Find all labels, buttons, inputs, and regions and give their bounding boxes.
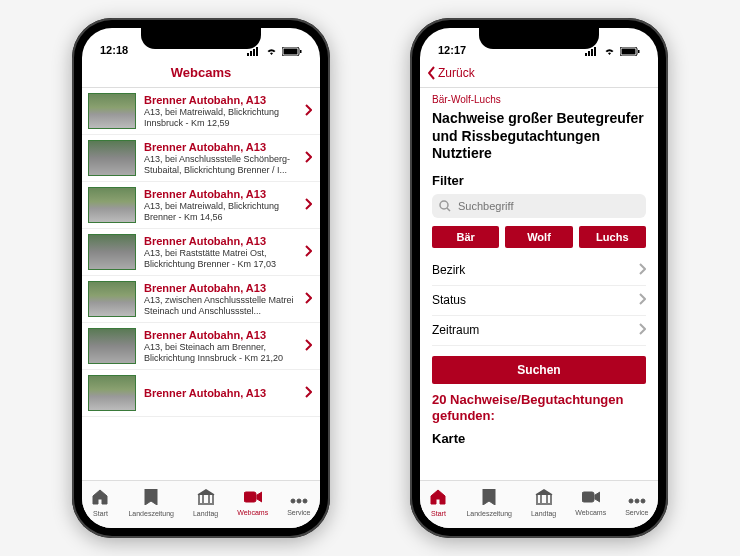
chevron-right-icon [639,293,646,308]
webcam-title: Brenner Autobahn, A13 [144,235,297,247]
chevron-right-icon [305,149,312,167]
webcam-title: Brenner Autobahn, A13 [144,188,297,200]
chevron-right-icon [305,243,312,261]
webcam-thumbnail [88,375,136,411]
select-label: Status [432,293,466,307]
webcam-row[interactable]: Brenner Autobahn, A13 [82,370,320,417]
back-button[interactable]: Zurück [428,58,475,87]
webcam-text: Brenner Autobahn, A13 A13, bei Matreiwal… [144,188,297,223]
webcam-row[interactable]: Brenner Autobahn, A13 A13, bei Matreiwal… [82,88,320,135]
select-row[interactable]: Status [432,286,646,316]
tab-label: Service [625,509,648,516]
filter-content[interactable]: Bär-Wolf-Luchs Nachweise großer Beutegre… [420,88,658,480]
webcam-text: Brenner Autobahn, A13 A13, bei Anschluss… [144,141,297,176]
tab-label: Landeszeitung [466,510,512,517]
webcam-row[interactable]: Brenner Autobahn, A13 A13, bei Raststätt… [82,229,320,276]
webcam-text: Brenner Autobahn, A13 A13, zwischen Ansc… [144,282,297,317]
webcam-thumbnail [88,140,136,176]
webcam-subtitle: A13, bei Matreiwald, Blickrichtung Innsb… [144,107,297,129]
webcam-text: Brenner Autobahn, A13 A13, bei Raststätt… [144,235,297,270]
karte-heading: Karte [432,431,646,446]
svg-line-19 [447,208,450,211]
start-icon [429,489,447,509]
tab-landeszeitung[interactable]: Landeszeitung [466,489,512,517]
tab-webcams[interactable]: Webcams [237,490,268,516]
nav-bar: Zurück [420,58,658,88]
tab-label: Webcams [575,509,606,516]
status-time: 12:17 [438,44,466,56]
svg-rect-14 [594,47,596,56]
svg-rect-5 [284,49,298,55]
filter-chip[interactable]: Luchs [579,226,646,248]
webcam-title: Brenner Autobahn, A13 [144,94,297,106]
chevron-right-icon [639,263,646,278]
filter-heading: Filter [432,173,646,188]
webcam-row[interactable]: Brenner Autobahn, A13 A13, bei Steinach … [82,323,320,370]
webcam-title: Brenner Autobahn, A13 [144,282,297,294]
page-heading: Nachweise großer Beutegreufer und Rissbe… [432,110,646,163]
breadcrumb: Bär-Wolf-Luchs [432,94,646,105]
webcam-thumbnail [88,93,136,129]
chevron-right-icon [305,337,312,355]
webcam-text: Brenner Autobahn, A13 A13, bei Matreiwal… [144,94,297,129]
tab-landeszeitung[interactable]: Landeszeitung [128,489,174,517]
chevron-right-icon [305,290,312,308]
svg-rect-16 [622,49,636,55]
webcam-text: Brenner Autobahn, A13 [144,387,297,400]
webcam-row[interactable]: Brenner Autobahn, A13 A13, bei Anschluss… [82,135,320,182]
landtag-icon [197,489,215,509]
webcam-subtitle: A13, bei Steinach am Brenner, Blickricht… [144,342,297,364]
select-row[interactable]: Bezirk [432,256,646,286]
landeszeitung-icon [482,489,496,509]
chip-row: BärWolfLuchs [432,226,646,248]
webcam-row[interactable]: Brenner Autobahn, A13 A13, bei Matreiwal… [82,182,320,229]
webcam-list[interactable]: Brenner Autobahn, A13 A13, bei Matreiwal… [82,88,320,480]
search-icon [439,200,451,212]
phone-left: 12:18 Webcams Brenner Autobahn, A13 A13,… [72,18,330,538]
tab-label: Landtag [193,510,218,517]
svg-point-22 [635,499,639,503]
tab-bar: Start Landeszeitung Landtag Webcams Serv… [420,480,658,528]
tab-label: Webcams [237,509,268,516]
screen-left: 12:18 Webcams Brenner Autobahn, A13 A13,… [82,28,320,528]
svg-rect-2 [253,49,255,56]
tab-label: Landeszeitung [128,510,174,517]
tab-label: Start [93,510,108,517]
tab-landtag[interactable]: Landtag [193,489,218,517]
tab-service[interactable]: Service [625,490,648,516]
svg-rect-7 [244,492,256,502]
svg-point-23 [641,499,645,503]
webcam-text: Brenner Autobahn, A13 A13, bei Steinach … [144,329,297,364]
webcam-thumbnail [88,187,136,223]
search-input[interactable] [432,194,646,218]
webcam-title: Brenner Autobahn, A13 [144,329,297,341]
status-indicators [247,47,302,56]
webcam-title: Brenner Autobahn, A13 [144,387,297,399]
webcam-subtitle: A13, bei Anschlussstelle Schönberg-Stuba… [144,154,297,176]
status-time: 12:18 [100,44,128,56]
webcam-subtitle: A13, zwischen Anschlussstelle Matrei Ste… [144,295,297,317]
tab-start[interactable]: Start [429,489,447,517]
notch [141,27,261,49]
tab-label: Service [287,509,310,516]
svg-rect-11 [585,53,587,56]
service-icon [290,490,308,508]
filter-chip[interactable]: Bär [432,226,499,248]
search-button[interactable]: Suchen [432,356,646,384]
webcam-row[interactable]: Brenner Autobahn, A13 A13, zwischen Ansc… [82,276,320,323]
chevron-right-icon [305,102,312,120]
svg-point-9 [297,499,301,503]
tab-landtag[interactable]: Landtag [531,489,556,517]
select-label: Zeitraum [432,323,479,337]
wifi-icon [265,47,278,56]
tab-webcams[interactable]: Webcams [575,490,606,516]
svg-point-18 [440,201,448,209]
chevron-right-icon [639,323,646,338]
webcam-subtitle: A13, bei Matreiwald, Blickrichtung Brenn… [144,201,297,223]
tab-start[interactable]: Start [91,489,109,517]
select-row[interactable]: Zeitraum [432,316,646,346]
webcams-icon [244,490,262,508]
tab-service[interactable]: Service [287,490,310,516]
tab-bar: Start Landeszeitung Landtag Webcams Serv… [82,480,320,528]
filter-chip[interactable]: Wolf [505,226,572,248]
